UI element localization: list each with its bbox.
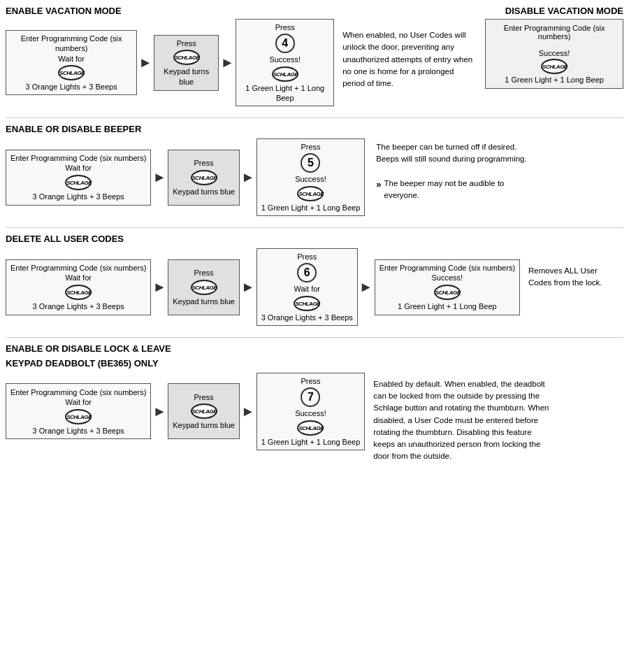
delete-step3-bottom: Wait for bbox=[294, 284, 321, 294]
delete-step1-bottom2: 3 Orange Lights + 3 Beeps bbox=[33, 301, 124, 311]
arrow-b2: ► bbox=[240, 169, 256, 185]
lockleave-step3: Press 7 Success! SCHLAGE 1 Green Light +… bbox=[256, 373, 366, 450]
enable-vacation-title: ENABLE VACATION MODE bbox=[6, 6, 334, 16]
delete-step4: Enter Programming Code (six numbers) Suc… bbox=[375, 259, 520, 315]
disable-step1: Enter Programming Code (six numbers) bbox=[493, 24, 616, 41]
lockleave-section: ENABLE OR DISABLE LOCK & LEAVE KEYPAD DE… bbox=[6, 343, 623, 466]
vacation-step3-top: Press bbox=[275, 22, 295, 32]
lockleave-step2-bottom: Keypad turns blue bbox=[173, 420, 235, 430]
lockleave-title2: KEYPAD DEADBOLT (BE365) ONLY bbox=[6, 358, 623, 369]
vacation-step1-bottom2: 3 Orange Lights + 3 Beeps bbox=[26, 82, 117, 92]
beeper-steps: Enter Programming Code (six numbers) Wai… bbox=[6, 138, 365, 216]
lockleave-step2: Press SCHLAGE Keypad turns blue bbox=[168, 383, 240, 439]
beeper-flow: Enter Programming Code (six numbers) Wai… bbox=[6, 138, 623, 216]
schlage-logo-l1: SCHLAGE bbox=[65, 409, 92, 424]
vacation-step3: Press 4 Success! SCHLAGE 1 Green Light +… bbox=[236, 19, 334, 106]
vacation-step2-top: Press bbox=[177, 38, 196, 48]
disable-vacation-title: DISABLE VACATION MODE bbox=[485, 6, 623, 16]
arrow-l2: ► bbox=[240, 403, 256, 420]
vacation-description: When enabled, no User Codes will unlock … bbox=[340, 27, 479, 92]
vacation-step3-bottom: Success! bbox=[269, 55, 301, 64]
arrow-d2: ► bbox=[240, 279, 256, 295]
vacation-step3-bottom2: 1 Green Light + 1 Long Beep bbox=[240, 83, 329, 103]
beeper-desc1: The beeper can be turned off if desired.… bbox=[376, 141, 533, 166]
arrow-v1: ► bbox=[137, 55, 154, 71]
double-arrow-icon: » bbox=[376, 178, 381, 192]
schlage-logo-l3: SCHLAGE bbox=[297, 420, 324, 436]
vacation-number: 4 bbox=[275, 34, 295, 53]
vacation-step1-bottom-label: Wait for bbox=[58, 54, 85, 64]
schlage-logo-d2: SCHLAGE bbox=[191, 280, 217, 295]
delete-steps: Enter Programming Code (six numbers) Wai… bbox=[6, 248, 520, 326]
schlage-logo-b3: SCHLAGE bbox=[297, 186, 324, 201]
delete-step1: Enter Programming Code (six numbers) Wai… bbox=[6, 259, 151, 315]
beeper-step2: Press SCHLAGE Keypad turns blue bbox=[168, 150, 240, 206]
schlage-logo-v2: SCHLAGE bbox=[173, 50, 200, 65]
delete-step3: Press 6 Wait for SCHLAGE 3 Orange Lights… bbox=[256, 248, 358, 326]
beeper-step1-bottom2: 3 Orange Lights + 3 Beeps bbox=[33, 192, 124, 201]
vacation-step1: Enter Programming Code (six numbers) Wai… bbox=[6, 30, 137, 95]
beeper-step3-bottom2: 1 Green Light + 1 Long Beep bbox=[261, 203, 361, 213]
beeper-step1-top: Enter Programming Code (six numbers) bbox=[10, 153, 146, 163]
arrow-d1: ► bbox=[151, 279, 168, 295]
beeper-step3-top: Press bbox=[301, 142, 320, 152]
lockleave-step1-top: Enter Programming Code (six numbers) bbox=[10, 387, 146, 397]
delete-number: 6 bbox=[297, 263, 317, 283]
schlage-logo-d3: SCHLAGE bbox=[294, 296, 320, 311]
delete-step2-bottom: Keypad turns blue bbox=[173, 296, 235, 306]
disable-step2: Success! bbox=[493, 49, 616, 57]
arrow-v2: ► bbox=[219, 55, 236, 71]
delete-flow: Enter Programming Code (six numbers) Wai… bbox=[6, 248, 623, 326]
beeper-step3: Press 5 Success! SCHLAGE 1 Green Light +… bbox=[256, 138, 366, 216]
lockleave-number: 7 bbox=[301, 387, 320, 407]
beeper-desc: The beeper can be turned off if desired.… bbox=[370, 138, 538, 204]
delete-step2-top: Press bbox=[194, 268, 213, 278]
lockleave-description: Enabled by default. When enabled, the de… bbox=[370, 376, 552, 466]
disable-vacation: DISABLE VACATION MODE Enter Programming … bbox=[485, 6, 623, 89]
lockleave-step1-bottom-label: Wait for bbox=[65, 397, 92, 407]
lockleave-step1-bottom2: 3 Orange Lights + 3 Beeps bbox=[33, 426, 124, 436]
delete-step4-bottom: Success! bbox=[432, 273, 463, 283]
arrow-b1: ► bbox=[151, 169, 168, 185]
delete-step1-top: Enter Programming Code (six numbers) bbox=[10, 263, 146, 273]
beeper-section: ENABLE OR DISABLE BEEPER Enter Programmi… bbox=[6, 124, 623, 216]
vacation-step2: Press SCHLAGE Keypad turns blue bbox=[154, 35, 219, 91]
lockleave-flow: Enter Programming Code (six numbers) Wai… bbox=[6, 373, 623, 466]
schlage-logo-dv: SCHLAGE bbox=[541, 59, 567, 74]
beeper-number: 5 bbox=[301, 153, 320, 173]
schlage-logo-v3: SCHLAGE bbox=[272, 66, 298, 82]
enable-vacation-steps: Enter Programming Code (six numbers) Wai… bbox=[6, 19, 334, 106]
beeper-step1-bottom-label: Wait for bbox=[65, 163, 92, 173]
lockleave-step2-top: Press bbox=[194, 392, 213, 402]
delete-step4-bottom2: 1 Green Light + 1 Long Beep bbox=[398, 301, 497, 311]
delete-step1-bottom-label: Wait for bbox=[65, 273, 92, 283]
delete-step3-top: Press bbox=[297, 252, 317, 262]
lockleave-step3-bottom2: 1 Green Light + 1 Long Beep bbox=[261, 437, 361, 447]
beeper-desc2-row: » The beeper may not be audible to every… bbox=[376, 178, 533, 202]
beeper-desc2: The beeper may not be audible to everyon… bbox=[384, 178, 533, 202]
delete-step2: Press SCHLAGE Keypad turns blue bbox=[168, 259, 240, 315]
beeper-step2-top: Press bbox=[194, 158, 213, 168]
schlage-logo-d1: SCHLAGE bbox=[65, 285, 92, 300]
lockleave-step3-bottom: Success! bbox=[295, 408, 326, 418]
disable-step3: 1 Green Light + 1 Long Beep bbox=[493, 76, 616, 84]
lockleave-step3-top: Press bbox=[301, 376, 320, 386]
schlage-logo-b1: SCHLAGE bbox=[65, 175, 92, 190]
schlage-logo-d4: SCHLAGE bbox=[434, 285, 461, 300]
vacation-step1-top: Enter Programming Code (six numbers) bbox=[10, 34, 132, 54]
delete-step4-top: Enter Programming Code (six numbers) bbox=[379, 263, 515, 273]
schlage-logo-l2: SCHLAGE bbox=[191, 403, 217, 419]
enable-vacation: ENABLE VACATION MODE Enter Programming C… bbox=[6, 6, 334, 106]
beeper-step1: Enter Programming Code (six numbers) Wai… bbox=[6, 150, 151, 206]
lockleave-title1: ENABLE OR DISABLE LOCK & LEAVE bbox=[6, 343, 623, 354]
delete-section: DELETE ALL USER CODES Enter Programming … bbox=[6, 234, 623, 326]
arrow-l1: ► bbox=[151, 403, 168, 420]
beeper-step2-bottom: Keypad turns blue bbox=[173, 187, 235, 196]
lockleave-step1: Enter Programming Code (six numbers) Wai… bbox=[6, 383, 151, 439]
delete-description: Removes ALL User Codes from the lock. bbox=[526, 262, 616, 292]
beeper-title: ENABLE OR DISABLE BEEPER bbox=[6, 124, 623, 134]
schlage-logo-v1: SCHLAGE bbox=[58, 65, 85, 80]
schlage-logo-b2: SCHLAGE bbox=[191, 170, 217, 185]
arrow-d3: ► bbox=[358, 279, 375, 295]
disable-vacation-box: Enter Programming Code (six numbers) Suc… bbox=[485, 19, 623, 89]
